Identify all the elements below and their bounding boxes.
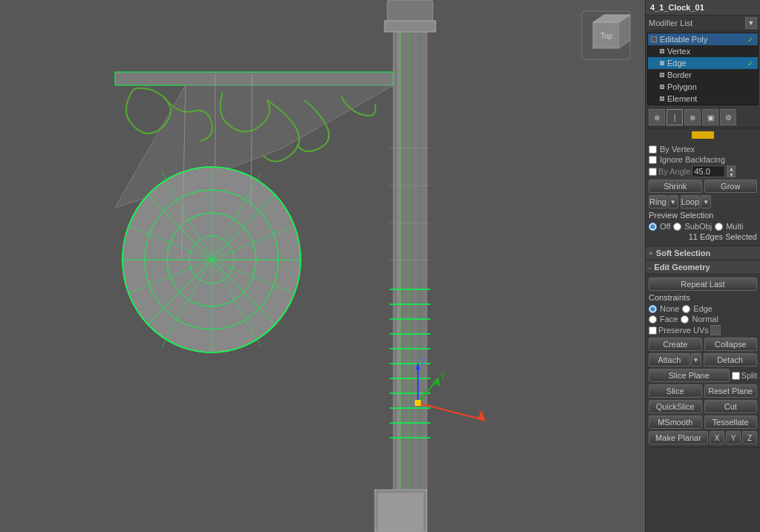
reset-plane-button[interactable]: Reset Plane <box>704 384 758 398</box>
svg-rect-44 <box>384 21 436 32</box>
svg-rect-3 <box>417 0 421 532</box>
stack-item-vertex[interactable]: Vertex <box>648 45 758 57</box>
stack-bullet-edge <box>660 61 664 65</box>
ring-arrow[interactable]: ▼ <box>668 195 678 208</box>
preview-subobj-label: SubObj <box>684 222 712 231</box>
constraint-normal-radio[interactable] <box>681 315 689 324</box>
stack-item-edge[interactable]: Edge ✓ <box>648 57 758 69</box>
split-with-check: Split <box>732 369 757 382</box>
soft-selection-toggle: + <box>649 249 653 257</box>
grow-button[interactable]: Grow <box>704 180 758 193</box>
edge-check-icon: ✓ <box>747 59 753 68</box>
by-angle-label: By Angle <box>658 167 690 176</box>
attach-button[interactable]: Attach <box>649 353 690 367</box>
by-vertex-row: By Vertex <box>649 145 757 154</box>
stack-item-polygon[interactable]: Polygon <box>648 81 758 93</box>
green-check-icon: ✓ <box>747 36 753 44</box>
quickslice-button[interactable]: QuickSlice <box>649 400 702 413</box>
ignore-backfacing-checkbox[interactable] <box>649 156 657 164</box>
yellow-bar-section <box>646 128 760 142</box>
svg-text:X: X <box>479 409 485 418</box>
edges-selected-count: 11 Edges Selected <box>649 232 757 241</box>
y-button[interactable]: Y <box>726 431 741 444</box>
constraint-normal-label: Normal <box>692 315 718 324</box>
svg-text:Y: Y <box>440 372 446 381</box>
split-checkbox[interactable] <box>732 372 740 380</box>
make-planar-row: Make Planar X Y Z <box>649 431 757 444</box>
shrink-grow-row: Shrink Grow <box>649 180 757 193</box>
panel-tabs: ⊕ | ⊗ ▣ ⚙ <box>646 107 760 128</box>
slice-plane-button[interactable]: Slice Plane <box>649 369 730 382</box>
svg-text:Z: Z <box>421 357 426 366</box>
z-button[interactable]: Z <box>742 431 757 444</box>
constraint-face-radio[interactable] <box>649 315 657 324</box>
detach-button[interactable]: Detach <box>704 353 758 367</box>
constraint-none-radio[interactable] <box>649 305 657 313</box>
msmooth-button[interactable]: MSmooth <box>649 416 702 429</box>
constraint-edge-radio[interactable] <box>682 305 690 313</box>
preview-off-label: Off <box>660 222 670 231</box>
angle-up[interactable]: ▲ <box>727 165 736 171</box>
by-vertex-label: By Vertex <box>660 145 695 154</box>
stack-label-vertex: Vertex <box>667 47 690 56</box>
ignore-backfacing-row: Ignore Backfacing <box>649 155 757 164</box>
tab-icon-3[interactable]: ⊗ <box>684 109 701 125</box>
view-gizmo[interactable]: Top <box>578 7 638 67</box>
stack-bullet-element <box>660 96 664 101</box>
tessellate-button[interactable]: Tessellate <box>704 416 758 429</box>
preview-multi-label: Multi <box>726 222 743 231</box>
split-label: Split <box>741 371 757 380</box>
constraint-edge-label: Edge <box>693 304 712 313</box>
by-angle-checkbox[interactable] <box>649 168 657 176</box>
ring-button[interactable]: Ring <box>649 195 667 208</box>
tab-icon-5[interactable]: ⚙ <box>720 109 736 125</box>
preserve-uvs-checkbox[interactable] <box>649 326 657 335</box>
modifier-list-dropdown[interactable]: ▼ <box>745 17 757 29</box>
ring-with-arrow: Ring ▼ <box>649 195 678 208</box>
tab-icon-1[interactable]: ⊕ <box>649 109 665 125</box>
preserve-uvs-label: Preserve UVs <box>658 326 709 335</box>
edit-geometry-header[interactable]: - Edit Geometry <box>646 260 760 275</box>
by-angle-value[interactable] <box>692 165 725 177</box>
shrink-button[interactable]: Shrink <box>649 180 702 193</box>
tab-icon-4[interactable]: ▣ <box>702 109 718 125</box>
slice-button[interactable]: Slice <box>649 384 702 398</box>
x-button[interactable]: X <box>710 431 724 444</box>
modifier-list-label: Modifier List <box>649 19 745 27</box>
soft-selection-header[interactable]: + Soft Selection <box>646 246 760 260</box>
by-angle-row: By Angle ▲ ▼ <box>649 165 757 177</box>
attach-arrow[interactable]: ▼ <box>691 353 701 367</box>
selection-section: By Vertex Ignore Backfacing By Angle ▲ ▼… <box>646 142 760 246</box>
preview-multi-radio[interactable] <box>715 223 723 231</box>
stack-bullet <box>660 49 664 53</box>
angle-down[interactable]: ▼ <box>727 171 736 177</box>
by-vertex-checkbox[interactable] <box>649 145 657 154</box>
stack-item-editable-poly[interactable]: Editable Poly ✓ <box>648 33 758 45</box>
viewport[interactable]: Y X Z Top <box>0 0 645 532</box>
slice-reset-row: Slice Reset Plane <box>649 384 757 398</box>
collapse-button[interactable]: Collapse <box>704 338 758 351</box>
create-button[interactable]: Create <box>649 338 702 351</box>
stack-item-element[interactable]: Element <box>648 93 758 105</box>
yellow-bar <box>692 131 714 139</box>
soft-selection-label: Soft Selection <box>656 249 710 257</box>
tab-icon-2[interactable]: | <box>666 109 683 125</box>
stack-item-border[interactable]: Border <box>648 69 758 81</box>
edit-geometry-toggle: - <box>649 263 651 272</box>
loop-button[interactable]: Loop <box>681 195 700 208</box>
repeat-last-button[interactable]: Repeat Last <box>649 278 757 291</box>
constraints-row-2: Face Normal <box>649 315 757 324</box>
edit-geometry-section: Repeat Last Constraints None Edge Face N… <box>646 275 760 448</box>
cut-button[interactable]: Cut <box>704 400 758 413</box>
preview-off-radio[interactable] <box>649 223 657 231</box>
preserve-uvs-options[interactable] <box>710 325 721 335</box>
preserve-uvs-row: Preserve UVs <box>649 325 757 335</box>
svg-rect-43 <box>387 0 433 22</box>
stack-bullet-border <box>660 73 664 77</box>
loop-arrow[interactable]: ▼ <box>701 195 711 208</box>
modifier-list-row[interactable]: Modifier List ▼ <box>646 16 760 31</box>
preview-subobj-radio[interactable] <box>673 223 681 231</box>
stack-label-element: Element <box>667 94 697 103</box>
modifier-stack: Editable Poly ✓ Vertex Edge ✓ Border <box>647 33 759 105</box>
make-planar-button[interactable]: Make Planar <box>649 431 708 444</box>
